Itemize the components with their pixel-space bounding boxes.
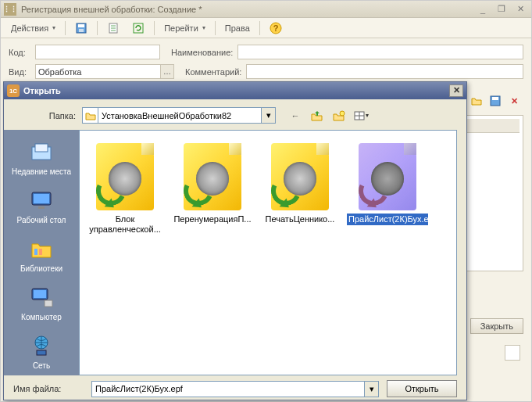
main-window: ⋮⋮ Регистрация внешней обработки: Создан… (0, 0, 532, 402)
computer-icon (29, 285, 54, 310)
place-recent[interactable]: Недавние места (7, 135, 76, 181)
name-label: Наименование: (171, 48, 233, 57)
comment-label: Комментарий: (185, 67, 241, 77)
arrow-left-icon: ← (291, 111, 300, 120)
open-button[interactable]: Открыть (387, 380, 457, 397)
help-button[interactable]: ? (264, 20, 287, 37)
refresh-icon (132, 22, 145, 34)
folder-new-icon (332, 109, 346, 122)
open-folder-button[interactable] (469, 93, 484, 109)
type-input[interactable] (35, 64, 160, 79)
recent-icon (29, 139, 54, 164)
folder-open-icon (470, 95, 483, 107)
file-item[interactable]: ПеренумерацияП... (170, 140, 255, 239)
delete-button[interactable]: ✕ (506, 93, 522, 109)
svg-rect-25 (45, 300, 52, 307)
folder-icon (82, 107, 98, 124)
svg-text:?: ? (273, 23, 278, 33)
libraries-icon (29, 236, 54, 261)
save-icon-button[interactable] (70, 20, 93, 37)
dialog-title-bar: 1C Открыть ✕ (4, 82, 466, 99)
epf-file-icon (96, 143, 154, 210)
resize-grip[interactable] (505, 345, 520, 361)
close-window-button[interactable]: ✕ (512, 3, 528, 16)
folder-up-icon (310, 109, 324, 122)
minimize-button[interactable]: _ (475, 3, 491, 16)
epf-file-icon (359, 143, 416, 210)
place-desktop[interactable]: Рабочий стол (7, 183, 76, 230)
folder-label: Папка: (13, 111, 76, 120)
view-menu-button[interactable]: ▾ (352, 108, 370, 124)
app-icon: ⋮⋮ (4, 3, 16, 16)
code-label: Код: (9, 48, 30, 57)
main-toolbar: Действия▾ Перейти▾ Права ? (1, 18, 531, 38)
onec-icon: 1C (7, 84, 20, 97)
place-network[interactable]: Сеть (7, 328, 76, 375)
restore-button[interactable]: ❐ (494, 3, 509, 16)
place-libraries[interactable]: Библиотеки (7, 232, 76, 278)
dialog-close-button[interactable]: ✕ (449, 84, 463, 97)
epf-file-icon (271, 143, 329, 210)
close-button[interactable]: Закрыть (470, 318, 523, 334)
back-button[interactable]: ← (287, 108, 304, 124)
filename-input[interactable] (91, 381, 365, 397)
view-grid-icon (353, 109, 365, 122)
svg-rect-20 (38, 206, 45, 209)
desktop-icon (29, 188, 54, 213)
file-item[interactable]: Блок управленческой... (83, 140, 167, 239)
epf-file-icon (184, 143, 241, 210)
svg-rect-7 (134, 23, 143, 33)
place-computer[interactable]: Компьютер (7, 280, 76, 327)
file-open-dialog: 1C Открыть ✕ Папка: ▾ ← (3, 81, 467, 400)
network-icon (29, 333, 54, 358)
file-item[interactable]: ПечатьЦеннико... (258, 140, 342, 239)
svg-rect-11 (492, 97, 498, 100)
svg-rect-22 (39, 249, 42, 255)
actions-menu[interactable]: Действия▾ (5, 21, 61, 35)
svg-rect-2 (79, 29, 84, 32)
type-lookup-button[interactable]: … (160, 64, 174, 79)
svg-rect-1 (78, 24, 84, 27)
filename-dropdown[interactable]: ▾ (365, 381, 379, 397)
document-icon (107, 22, 120, 34)
svg-point-12 (340, 111, 345, 116)
diskette-icon (75, 22, 87, 34)
folder-combo-dropdown[interactable]: ▾ (262, 107, 276, 124)
refresh-icon-button[interactable] (127, 20, 150, 37)
file-item-selected[interactable]: ПрайсЛист(2К)Бух.epf (345, 140, 430, 239)
dialog-title: Открыть (23, 86, 61, 95)
new-folder-button[interactable] (330, 108, 348, 124)
delete-x-icon: ✕ (511, 96, 518, 106)
svg-rect-21 (34, 249, 37, 255)
code-input[interactable] (35, 45, 160, 59)
up-folder-button[interactable] (309, 108, 326, 124)
svg-rect-19 (34, 194, 49, 203)
type-label: Вид: (9, 67, 30, 77)
save-folder-button[interactable] (487, 93, 503, 109)
places-bar: Недавние места Рабочий стол Библиотеки (4, 130, 79, 375)
help-icon: ? (270, 22, 282, 34)
title-bar: ⋮⋮ Регистрация внешней обработки: Создан… (1, 1, 531, 18)
rights-menu[interactable]: Права (220, 21, 255, 35)
svg-rect-24 (34, 290, 46, 298)
svg-rect-17 (35, 144, 48, 152)
diskette-small-icon (489, 95, 502, 107)
folder-combo-input[interactable] (98, 107, 262, 124)
comment-input[interactable] (246, 64, 523, 79)
doc-icon-button[interactable] (102, 20, 125, 37)
name-input[interactable] (237, 45, 523, 59)
file-list-pane[interactable]: Блок управленческой... ПеренумерацияП...… (79, 130, 457, 375)
svg-rect-27 (37, 350, 46, 355)
window-title: Регистрация внешней обработки: Создание … (21, 5, 475, 14)
goto-menu[interactable]: Перейти▾ (159, 21, 211, 35)
filename-label: Имя файла: (13, 384, 84, 393)
